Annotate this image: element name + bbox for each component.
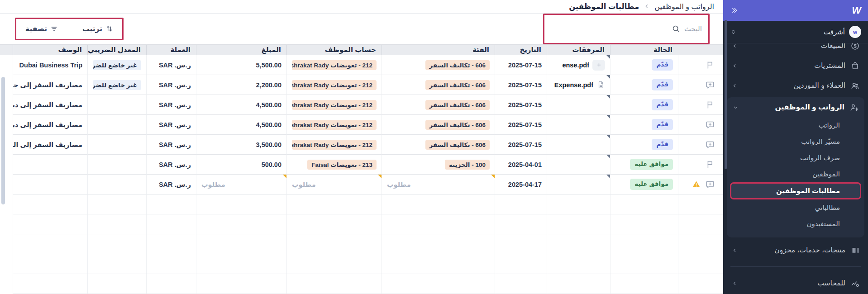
amount-cell[interactable]: مطلوب bbox=[196, 175, 286, 194]
sidebar-item-3[interactable]: الرواتب و الموظفين bbox=[727, 97, 864, 117]
empty-cell[interactable] bbox=[13, 194, 87, 214]
empty-cell[interactable] bbox=[382, 234, 495, 254]
sidebar-subitem-4-active[interactable]: مطالبات الموظفين bbox=[730, 182, 861, 199]
empty-cell[interactable] bbox=[495, 214, 547, 234]
employee-account-chip[interactable]: 212 - تعويضات Ashrakat Rady bbox=[292, 120, 377, 130]
empty-cell[interactable] bbox=[286, 214, 382, 234]
empty-cell[interactable] bbox=[495, 274, 547, 294]
employee-account-chip[interactable]: 212 - تعويضات Ashrakat Rady bbox=[292, 60, 377, 70]
date-cell[interactable]: 2025-04-01 bbox=[495, 155, 547, 175]
amount-cell[interactable]: 4,500.00 bbox=[196, 95, 286, 115]
category-chip[interactable]: 100 - الخزينة bbox=[445, 160, 490, 170]
attachments-cell[interactable]: Expense.pdf bbox=[547, 75, 610, 95]
empty-cell[interactable] bbox=[286, 234, 382, 254]
empty-cell[interactable] bbox=[286, 254, 382, 274]
description-cell[interactable]: Dubai Business Trip bbox=[13, 55, 87, 75]
employee-account-cell[interactable]: 213 - تعويضات Faisal bbox=[286, 155, 382, 175]
empty-cell[interactable] bbox=[146, 234, 196, 254]
currency-cell[interactable]: ر.س. SAR bbox=[146, 75, 196, 95]
tax-rate-cell[interactable]: غير خاضع للضريبة (0 bbox=[87, 75, 146, 95]
description-cell[interactable]: مصاريف السفر إلى دبى bbox=[13, 115, 87, 135]
tax-rate-cell[interactable] bbox=[87, 115, 146, 135]
empty-cell[interactable] bbox=[146, 194, 196, 214]
category-chip[interactable]: 606 - تكاليف السفر bbox=[425, 80, 490, 90]
empty-cell[interactable] bbox=[13, 234, 87, 254]
empty-cell[interactable] bbox=[146, 254, 196, 274]
sidebar-item-1[interactable]: المشتريات bbox=[723, 56, 868, 76]
employee-account-cell[interactable]: 212 - تعويضات Ashrakat Rady bbox=[286, 55, 382, 75]
empty-cell[interactable] bbox=[286, 274, 382, 294]
empty-cell[interactable] bbox=[286, 194, 382, 214]
attachments-cell[interactable] bbox=[547, 115, 610, 135]
category-cell[interactable]: 606 - تكاليف السفر bbox=[382, 75, 495, 95]
empty-cell[interactable] bbox=[610, 274, 678, 294]
attachments-cell[interactable] bbox=[547, 155, 610, 175]
flag-icon[interactable] bbox=[705, 100, 715, 110]
currency-cell[interactable]: ر.س. SAR bbox=[146, 135, 196, 155]
comment-plus-icon[interactable] bbox=[705, 80, 715, 90]
category-cell[interactable]: 606 - تكاليف السفر bbox=[382, 95, 495, 115]
employee-account-cell[interactable]: 212 - تعويضات Ashrakat Rady bbox=[286, 135, 382, 155]
amount-cell[interactable]: 5,500.00 bbox=[196, 55, 286, 75]
empty-cell[interactable] bbox=[547, 234, 610, 254]
description-cell[interactable]: مصاريف السفر إلى جدة bbox=[13, 75, 87, 95]
empty-cell[interactable] bbox=[610, 194, 678, 214]
amount-cell[interactable]: 2,200.00 bbox=[196, 75, 286, 95]
empty-cell[interactable] bbox=[196, 234, 286, 254]
empty-cell[interactable] bbox=[610, 254, 678, 274]
empty-cell[interactable] bbox=[13, 274, 87, 294]
empty-cell[interactable] bbox=[382, 274, 495, 294]
date-cell[interactable]: 2025-07-15 bbox=[495, 115, 547, 135]
empty-cell[interactable] bbox=[382, 254, 495, 274]
sidebar-subitem-3[interactable]: الموظفين bbox=[727, 166, 864, 182]
sidebar-scrollbar[interactable] bbox=[725, 20, 727, 169]
employee-account-chip[interactable]: 212 - تعويضات Ashrakat Rady bbox=[292, 80, 377, 90]
column-header-account[interactable]: حساب الموظف bbox=[286, 45, 382, 55]
sidebar-subitem-1[interactable]: مسيّر الرواتب bbox=[727, 133, 864, 150]
column-header-category[interactable]: الفئة bbox=[382, 45, 495, 55]
sidebar-item-2[interactable]: العملاء و الموردين bbox=[723, 76, 868, 95]
comment-plus-icon[interactable] bbox=[705, 180, 715, 190]
flag-icon[interactable] bbox=[705, 160, 715, 170]
date-cell[interactable]: 2025-07-15 bbox=[495, 135, 547, 155]
breadcrumb-parent[interactable]: الرواتب و الموظفين bbox=[654, 2, 714, 11]
date-cell[interactable]: 2025-07-15 bbox=[495, 55, 547, 75]
date-cell[interactable]: 2025-07-15 bbox=[495, 95, 547, 115]
empty-cell[interactable] bbox=[146, 274, 196, 294]
category-chip[interactable]: 606 - تكاليف السفر bbox=[425, 100, 490, 110]
amount-cell[interactable]: 3,500.00 bbox=[196, 135, 286, 155]
attachment-filename[interactable]: Expense.pdf bbox=[554, 81, 593, 89]
workspace-switcher[interactable]: w أشرقت bbox=[723, 21, 868, 43]
category-cell[interactable]: 606 - تكاليف السفر bbox=[382, 115, 495, 135]
add-attachment-button[interactable] bbox=[592, 60, 605, 71]
sidebar-subitem-5[interactable]: مطالباتي bbox=[727, 199, 864, 216]
amount-cell[interactable]: 4,500.00 bbox=[196, 115, 286, 135]
comment-plus-icon[interactable] bbox=[705, 120, 715, 130]
table-scrollbar[interactable] bbox=[1, 77, 5, 204]
empty-cell[interactable] bbox=[87, 234, 146, 254]
empty-cell[interactable] bbox=[87, 214, 146, 234]
tax-rate-cell[interactable]: غير خاضع للضريبة (0 bbox=[87, 55, 146, 75]
empty-cell[interactable] bbox=[547, 194, 610, 214]
currency-cell[interactable]: ر.س. SAR bbox=[146, 95, 196, 115]
category-cell[interactable]: 606 - تكاليف السفر bbox=[382, 135, 495, 155]
description-cell[interactable]: مصاريف السفر إلى دبى bbox=[13, 95, 87, 115]
description-cell[interactable] bbox=[13, 155, 87, 175]
date-cell[interactable]: 2025-07-15 bbox=[495, 75, 547, 95]
sidebar-subitem-2[interactable]: صرف الرواتب bbox=[727, 150, 864, 166]
empty-cell[interactable] bbox=[196, 254, 286, 274]
tax-rate-chip[interactable]: غير خاضع للضريبة (0 bbox=[93, 60, 141, 70]
chevron-updown-icon[interactable] bbox=[730, 28, 737, 35]
empty-cell[interactable] bbox=[495, 234, 547, 254]
currency-cell[interactable]: ر.س. SAR bbox=[146, 175, 196, 194]
tax-rate-cell[interactable] bbox=[87, 135, 146, 155]
column-header-attachments[interactable]: المرفقات bbox=[547, 45, 610, 55]
currency-cell[interactable]: ر.س. SAR bbox=[146, 55, 196, 75]
attachments-cell[interactable]: ense.pdf bbox=[547, 55, 610, 75]
attachments-cell[interactable] bbox=[547, 135, 610, 155]
attachments-cell[interactable] bbox=[547, 175, 610, 194]
category-cell[interactable]: 100 - الخزينة bbox=[382, 155, 495, 175]
column-header-status[interactable]: الحالة bbox=[610, 45, 678, 55]
currency-cell[interactable]: ر.س. SAR bbox=[146, 115, 196, 135]
sidebar-item-0[interactable]: المبيعات bbox=[723, 43, 868, 56]
